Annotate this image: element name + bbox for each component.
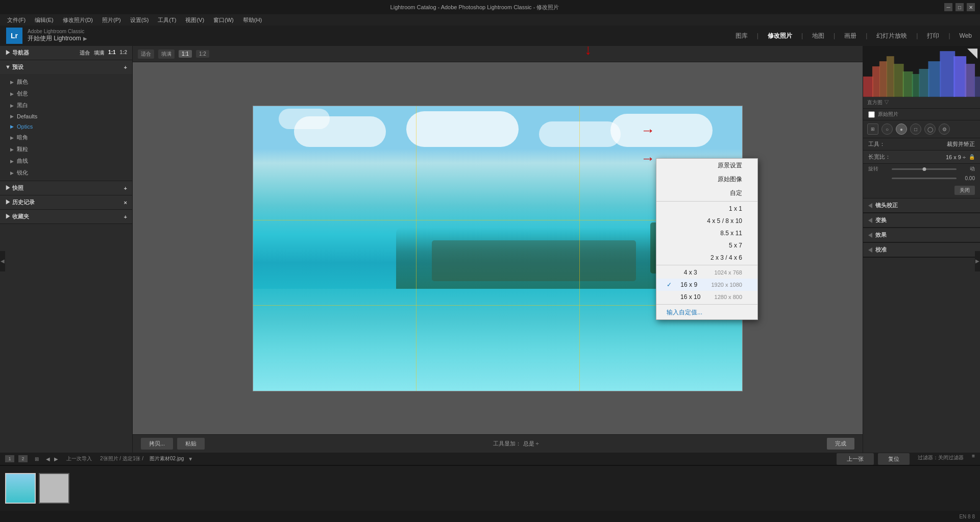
graduated-filter-tool[interactable]: □ <box>910 123 921 135</box>
paste-button[interactable]: 粘贴 <box>177 438 205 450</box>
filter-options[interactable]: ≡ <box>972 453 975 465</box>
presets-plus[interactable]: + <box>124 64 127 70</box>
menu-view[interactable]: 视图(V) <box>181 15 208 25</box>
menu-bar: 文件(F) 编辑(E) 修改照片(D) 照片(P) 设置(S) 工具(T) 视图… <box>0 14 980 26</box>
toolbar-zoom-fit[interactable]: 适合 <box>138 49 154 59</box>
nav-library[interactable]: 图库 <box>733 31 750 41</box>
menu-tools[interactable]: 工具(T) <box>154 15 180 25</box>
aspect-ratio-row[interactable]: 长宽比： 16 x 9 ÷ 🔒 <box>863 151 980 164</box>
rotate-row: 旋转 动 <box>863 164 980 174</box>
lock-icon[interactable]: 🔒 <box>969 154 975 160</box>
preset-color[interactable]: ▶颜色 <box>0 76 132 88</box>
preset-defaults[interactable]: ▶Defaults <box>0 111 132 121</box>
tab-1[interactable]: 1 <box>5 455 14 462</box>
preset-vignette[interactable]: ▶暗角 <box>0 132 132 143</box>
original-photo-checkbox[interactable] <box>868 111 875 118</box>
nav-develop[interactable]: 修改照片 <box>766 31 794 41</box>
restore-button[interactable]: □ <box>955 3 964 11</box>
close-row: 关闭 <box>863 183 980 198</box>
collections-header[interactable]: ▶ 收藏夹 + <box>0 210 132 223</box>
toolbar-zoom-fill[interactable]: 填满 <box>158 49 175 59</box>
red-eye-tool[interactable]: ● <box>896 123 907 135</box>
right-panel-collapse[interactable]: ▶ <box>975 251 980 271</box>
preset-creative[interactable]: ▶创意 <box>0 88 132 100</box>
filmstrip-thumb-2[interactable] <box>39 473 69 504</box>
snapshots-header[interactable]: ▶ 快照 + <box>0 181 132 195</box>
reset-button[interactable]: 复位 <box>878 453 910 465</box>
menu-window[interactable]: 窗口(W) <box>209 15 238 25</box>
dropdown-item-custom[interactable]: 自定 <box>656 186 757 200</box>
filmstrip-prev-arrow[interactable]: ◀ <box>46 456 50 462</box>
menu-file[interactable]: 文件(F) <box>3 15 30 25</box>
filmstrip-filename-arrow[interactable]: ▼ <box>188 456 193 462</box>
prev-photo-button[interactable]: 上一张 <box>837 453 874 465</box>
dropdown-item-16x10[interactable]: 16 x 10 1280 x 800 <box>656 291 757 303</box>
zoom-fill[interactable]: 填满 <box>94 49 104 57</box>
nav-map[interactable]: 地图 <box>810 31 826 41</box>
collections-plus[interactable]: + <box>124 214 127 220</box>
collections-section: ▶ 收藏夹 + <box>0 210 132 224</box>
dropdown-item-4x5[interactable]: 4 x 5 / 8 x 10 <box>656 215 757 227</box>
value-slider[interactable] <box>892 178 957 179</box>
close-tool-button[interactable]: 关闭 <box>954 186 975 195</box>
nav-book[interactable]: 画册 <box>842 31 859 41</box>
filmstrip-thumb-1[interactable] <box>5 473 36 504</box>
menu-help[interactable]: 帮助(H) <box>239 15 266 25</box>
svg-rect-4 <box>894 64 904 97</box>
right-panel-label[interactable]: 直方图 ▽ <box>867 99 889 106</box>
snapshots-plus[interactable]: + <box>124 185 127 191</box>
lens-correction-header[interactable]: 镜头校正 <box>863 198 980 213</box>
menu-photo[interactable]: 照片(P) <box>98 15 125 25</box>
presets-header[interactable]: ▼ 预设 + <box>0 60 132 74</box>
dropdown-item-2x3[interactable]: 2 x 3 / 4 x 6 <box>656 252 757 264</box>
dropdown-item-enter-custom[interactable]: 输入自定值... <box>656 306 757 319</box>
history-header[interactable]: ▶ 历史记录 × <box>0 195 132 209</box>
menu-settings[interactable]: 设置(S) <box>126 15 153 25</box>
aspect-value[interactable]: 16 x 9 ÷ <box>946 154 966 160</box>
calibration-header[interactable]: 校准 <box>863 243 980 257</box>
effects-header[interactable]: 效果 <box>863 228 980 242</box>
dropdown-item-5x7[interactable]: 5 x 7 <box>656 239 757 252</box>
preset-optics[interactable]: ▶Optics <box>0 121 132 132</box>
toolbar-zoom-1to1[interactable]: 1:1 <box>179 50 192 58</box>
preset-curves[interactable]: ▶曲线 <box>0 155 132 167</box>
close-button[interactable]: ✕ <box>967 3 975 11</box>
preset-sharpen[interactable]: ▶锐化 <box>0 167 132 179</box>
dropdown-item-original-settings[interactable]: 原景设置 <box>656 159 757 172</box>
radial-filter-tool[interactable]: ◯ <box>924 123 936 135</box>
zoom-fit[interactable]: 适合 <box>80 49 90 57</box>
tab-2[interactable]: 2 <box>18 455 28 462</box>
rotate-slider[interactable] <box>892 168 957 170</box>
svg-rect-10 <box>953 56 966 97</box>
navigator-header[interactable]: ▶ 导航器 适合 填满 1:1 1:2 <box>0 46 132 60</box>
dropdown-item-1x1[interactable]: 1 x 1 <box>656 203 757 215</box>
nav-web[interactable]: Web <box>958 31 974 40</box>
healing-tool[interactable]: ○ <box>881 123 893 135</box>
title-controls[interactable]: ─ □ ✕ <box>944 3 975 11</box>
rotate-thumb <box>922 167 926 171</box>
svg-rect-12 <box>974 77 980 97</box>
copy-button[interactable]: 拷贝... <box>141 438 173 450</box>
minimize-button[interactable]: ─ <box>944 3 952 11</box>
adjustment-brush-tool[interactable]: ⚙ <box>939 123 950 135</box>
zoom-1to1[interactable]: 1:1 <box>108 49 115 57</box>
dropdown-item-4x3[interactable]: 4 x 3 1024 x 768 <box>656 266 757 279</box>
filmstrip-next-arrow[interactable]: ▶ <box>54 456 58 462</box>
done-button[interactable]: 完成 <box>827 438 854 450</box>
dropdown-item-8x11[interactable]: 8.5 x 11 <box>656 227 757 239</box>
menu-edit[interactable]: 编辑(E) <box>31 15 58 25</box>
menu-develop[interactable]: 修改照片(D) <box>59 15 97 25</box>
history-close[interactable]: × <box>124 200 127 206</box>
toolbar-zoom-quarter[interactable]: 1:2 <box>196 50 209 58</box>
dropdown-item-16x9[interactable]: ✓ 16 x 9 1920 x 1080 <box>656 279 757 291</box>
nav-slideshow[interactable]: 幻灯片放映 <box>874 31 909 41</box>
dropdown-item-original-image[interactable]: 原始图像 <box>656 172 757 186</box>
preset-grain[interactable]: ▶颗粒 <box>0 143 132 155</box>
transform-header[interactable]: 变换 <box>863 213 980 228</box>
preset-bw[interactable]: ▶黑白 <box>0 100 132 111</box>
crop-tool[interactable]: ⊞ <box>867 123 878 135</box>
lr-subtitle-arrow[interactable]: ▶ <box>83 36 87 41</box>
left-panel-collapse[interactable]: ◀ <box>0 251 5 271</box>
nav-print[interactable]: 打印 <box>925 31 941 41</box>
zoom-quarter[interactable]: 1:2 <box>120 49 127 57</box>
